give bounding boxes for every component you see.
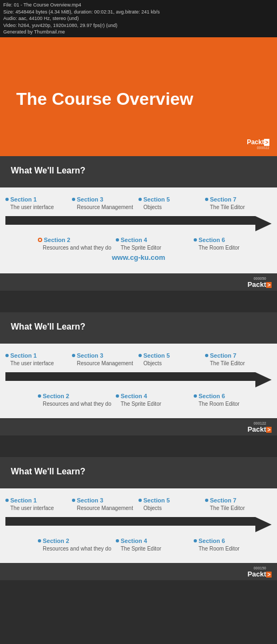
tl2-s7-dot (205, 354, 208, 357)
panel-3: What We'll Learn? (0, 457, 277, 488)
section-1-label: Section 1 (5, 196, 72, 203)
tl2-s2: Section 2 Resources and what they do (38, 393, 116, 407)
tl3-s7: Section 7 The Tile Editor (205, 497, 272, 512)
timeline-2: Section 1 The user interface Section 3 R… (0, 344, 277, 418)
section-7-desc: The Tile Editor (205, 204, 272, 211)
panel-3-footer: Packt> 000150 (0, 563, 277, 580)
section-2-dot (38, 238, 42, 242)
panel-2-footer: Packt> 000122 (0, 418, 277, 435)
panel-1-footer: Packt> 000050 (0, 273, 277, 291)
file-info-line4: Video: h264, yuv420p, 1920x1080, 29.97 f… (3, 23, 117, 28)
hero-title: The Course Overview (16, 89, 261, 109)
tl3-s5: Section 5 Objects (138, 497, 205, 512)
section-2-label: Section 2 (38, 237, 116, 243)
tl3-s1-dot (5, 499, 9, 502)
timeline-2-arrow (5, 372, 272, 387)
footer-timecode-1: 000050 (11, 277, 266, 280)
tl3-s7-dot (205, 499, 208, 502)
timeline-2-bottom-row: Section 2 Resources and what they do Sec… (5, 393, 272, 407)
section-1-desc: The user interface (5, 204, 72, 211)
tl3-s5-dot (138, 499, 142, 502)
section-2-desc: Resources and what they do (38, 244, 116, 251)
section-7-label: Section 7 (205, 196, 272, 203)
arrow-head-2 (255, 372, 272, 387)
tl3-s2: Section 2 Resources and what they do (38, 538, 116, 552)
tl2-s5: Section 5 Objects (138, 352, 205, 367)
timeline-1-arrow (5, 216, 272, 231)
section-4-desc: The Sprite Editor (116, 244, 194, 251)
tl2-s4: Section 4 The Sprite Editor (116, 393, 194, 407)
arrow-bar-2 (5, 372, 255, 381)
tl3-s4-dot (116, 539, 119, 542)
tl2-s5-dot (138, 354, 142, 357)
timeline-1-item-s2: Section 2 Resources and what they do (38, 237, 116, 251)
timeline-1: Section 1 The user interface Section 3 R… (0, 187, 277, 273)
panel-3-title: What We'll Learn? (11, 467, 266, 477)
packt-footer-3: Packt> (247, 570, 272, 578)
timeline-1-item-s5: Section 5 Objects (138, 196, 205, 211)
tl2-s6-dot (194, 394, 197, 398)
section-5-label: Section 5 (138, 196, 205, 203)
section-7-text: Section 7 (210, 196, 236, 203)
tl3-s4: Section 4 The Sprite Editor (116, 538, 194, 552)
file-info-line2: Size: 4548464 bytes (4.34 MiB), duration… (3, 9, 160, 15)
spacer-1 (0, 291, 277, 312)
packt-footer-2: Packt> (247, 425, 272, 433)
timeline-1-item-s1: Section 1 The user interface (5, 196, 72, 211)
timeline-1-top-row: Section 1 The user interface Section 3 R… (5, 196, 272, 211)
tl2-s1: Section 1 The user interface (5, 352, 72, 367)
section-6-desc: The Room Editor (194, 244, 272, 251)
tl2-s3: Section 3 Resource Management (72, 352, 138, 367)
section-1-dot (5, 198, 9, 201)
footer-timecode-3: 000150 (11, 566, 266, 570)
timeline-1-item-s6: Section 6 The Room Editor (194, 237, 272, 251)
timeline-3-bottom-row: Section 2 Resources and what they do Sec… (5, 538, 272, 552)
section-2-text: Section 2 (44, 237, 70, 243)
file-info-line1: File: 01 - The Course Overview.mp4 (3, 2, 81, 8)
packt-logo-mark: > (264, 139, 269, 146)
packt-footer-1: Packt> (247, 280, 272, 289)
panel-2-title: What We'll Learn? (11, 322, 266, 332)
arrow-bar-3 (5, 517, 255, 526)
tl3-s3-dot (72, 499, 75, 502)
timeline-1-item-s7: Section 7 The Tile Editor (205, 196, 272, 211)
hero-section: The Course Overview Packt> 000022 (0, 37, 277, 156)
tl2-s1-dot (5, 354, 9, 357)
timeline-3-top-row: Section 1 The user interface Section 3 R… (5, 497, 272, 512)
tl3-s6: Section 6 The Room Editor (194, 538, 272, 552)
section-4-dot (116, 238, 119, 242)
tl3-s1: Section 1 The user interface (5, 497, 72, 512)
timeline-3: Section 1 The user interface Section 3 R… (0, 488, 277, 563)
section-4-text: Section 4 (121, 237, 147, 243)
tl2-s7: Section 7 The Tile Editor (205, 352, 272, 367)
tl3-s3: Section 3 Resource Management (72, 497, 138, 512)
timeline-1-bottom-row: Section 2 Resources and what they do Sec… (5, 237, 272, 251)
packt-logo: Packt> 000022 (247, 138, 269, 150)
section-3-dot (72, 198, 75, 201)
arrow-bar-1 (5, 216, 255, 225)
timeline-3-arrow (5, 517, 272, 532)
timeline-1-item-s4: Section 4 The Sprite Editor (116, 237, 194, 251)
tl3-s6-dot (194, 539, 197, 542)
section-3-text: Section 3 (77, 196, 103, 203)
footer-timecode-2: 000122 (11, 421, 266, 425)
section-5-text: Section 5 (143, 196, 170, 203)
spacer-2 (0, 435, 277, 457)
section-6-dot (194, 238, 197, 242)
file-info-bar: File: 01 - The Course Overview.mp4 Size:… (0, 0, 277, 37)
section-7-dot (205, 198, 208, 201)
section-6-label: Section 6 (194, 237, 272, 243)
section-4-label: Section 4 (116, 237, 194, 243)
panel-2: What We'll Learn? (0, 312, 277, 344)
file-info-line3: Audio: aac, 44100 Hz, stereo (und) (3, 16, 79, 21)
section-6-text: Section 6 (199, 237, 225, 243)
section-5-desc: Objects (138, 204, 205, 211)
arrow-head-3 (255, 517, 272, 532)
panel-1-title: What We'll Learn? (11, 166, 266, 176)
panel-1: What We'll Learn? (0, 156, 277, 187)
file-info-line5: Generated by Thumbnail.me (3, 29, 65, 35)
tl3-s2-dot (38, 539, 41, 542)
section-5-dot (138, 198, 142, 201)
section-3-label: Section 3 (72, 196, 138, 203)
timeline-2-top-row: Section 1 The user interface Section 3 R… (5, 352, 272, 367)
